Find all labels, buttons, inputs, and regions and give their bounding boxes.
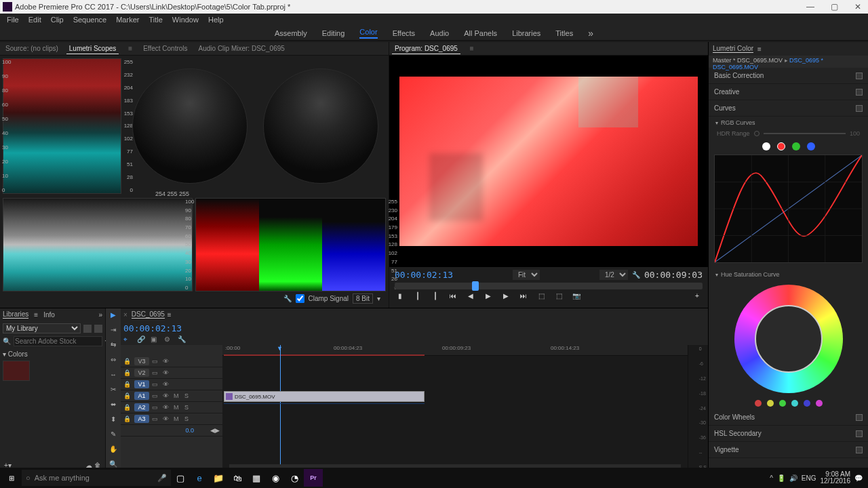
- mark-in-button[interactable]: ▮: [395, 292, 406, 302]
- menu-sequence[interactable]: Sequence: [69, 15, 111, 24]
- premiere-taskbar-icon[interactable]: Pr: [304, 469, 323, 487]
- maximize-button[interactable]: ▢: [827, 2, 842, 12]
- stock-search-input[interactable]: [14, 336, 102, 346]
- fit-select[interactable]: Fit: [513, 270, 540, 280]
- program-video-frame[interactable]: [399, 77, 698, 246]
- track-select-tool[interactable]: ⇥: [108, 326, 119, 337]
- app-icon[interactable]: ▦: [247, 469, 266, 487]
- step-back-button[interactable]: ◀: [465, 292, 476, 302]
- settings-icon[interactable]: ⚙: [164, 336, 174, 344]
- go-to-out-button[interactable]: ⏭: [518, 292, 529, 302]
- go-to-in-button[interactable]: ⏮: [448, 292, 458, 302]
- button-editor-icon[interactable]: +: [692, 292, 703, 302]
- basic-correction-section[interactable]: Basic Correction: [714, 72, 764, 79]
- rolling-edit-tool[interactable]: ⇔: [108, 356, 119, 367]
- obs-icon[interactable]: ◔: [285, 469, 304, 487]
- tab-info[interactable]: Info: [43, 311, 55, 319]
- task-view-button[interactable]: ▢: [171, 469, 190, 487]
- rgb-curves-editor[interactable]: [714, 155, 863, 263]
- bit-depth-select[interactable]: 8 Bit: [353, 293, 373, 304]
- cortana-search[interactable]: ○Ask me anything🎤: [22, 470, 171, 486]
- luma-channel-button[interactable]: [762, 142, 770, 150]
- hue-target-red[interactable]: [755, 400, 762, 407]
- workspace-libraries[interactable]: Libraries: [512, 29, 540, 37]
- wrench-icon[interactable]: 🔧: [283, 295, 292, 302]
- timeline-content[interactable]: :00:0000:00:04:2300:00:09:2300:00:14:23 …: [222, 345, 688, 471]
- workspace-all-panels[interactable]: All Panels: [464, 29, 497, 37]
- dropdown-icon[interactable]: ▾: [377, 295, 380, 302]
- blue-channel-button[interactable]: [807, 142, 815, 150]
- workspace-effects[interactable]: Effects: [393, 29, 415, 37]
- video-clip[interactable]: DSC_0695.MOV: [224, 391, 425, 402]
- tab-lumetri-color[interactable]: Lumetri Color: [713, 45, 753, 53]
- hue-target-yellow[interactable]: [767, 400, 774, 407]
- menu-clip[interactable]: Clip: [47, 15, 68, 24]
- slide-tool[interactable]: ⬍: [108, 415, 119, 426]
- hue-target-blue[interactable]: [804, 400, 810, 407]
- color-swatch[interactable]: [3, 361, 30, 381]
- hsl-secondary-section[interactable]: HSL Secondary: [714, 430, 762, 437]
- panel-menu-icon[interactable]: ≡: [34, 311, 38, 319]
- hue-saturation-wheel[interactable]: [734, 285, 843, 393]
- tab-source[interactable]: Source: (no clips): [3, 43, 61, 54]
- timeline-tab[interactable]: DSC_0695: [132, 310, 165, 319]
- workspace-switcher[interactable]: AssemblyEditingColorEffectsAudioAll Pane…: [0, 26, 868, 41]
- marker-icon[interactable]: ▣: [151, 336, 160, 344]
- playhead-icon[interactable]: [472, 281, 479, 291]
- menu-bar[interactable]: FileEditClipSequenceMarkerTitleWindowHel…: [0, 14, 868, 26]
- track-a2[interactable]: 🔒A2▭👁MS: [121, 402, 222, 413]
- track-a1[interactable]: 🔒A1▭👁MS: [121, 390, 222, 402]
- notifications-icon[interactable]: 💬: [854, 474, 863, 482]
- program-timecode-in[interactable]: 00:00:02:13: [395, 270, 453, 280]
- tab-program[interactable]: Program: DSC_0695: [392, 43, 460, 54]
- linked-selection-icon[interactable]: 🔗: [137, 336, 146, 344]
- lift-button[interactable]: ⬚: [536, 292, 547, 302]
- section-toggle-checkbox[interactable]: [856, 430, 863, 437]
- menu-help[interactable]: Help: [204, 15, 228, 24]
- start-button[interactable]: ⊞: [1, 469, 22, 487]
- rgb-curves-subsection[interactable]: RGB Curves: [709, 117, 868, 129]
- panel-menu-icon[interactable]: ≡: [167, 311, 172, 319]
- pen-tool[interactable]: ✎: [108, 430, 119, 441]
- language-indicator[interactable]: ENG: [802, 474, 816, 482]
- workspace-assembly[interactable]: Assembly: [275, 29, 307, 37]
- battery-icon[interactable]: 🔋: [777, 474, 785, 482]
- panel-menu-icon[interactable]: ≡: [125, 43, 135, 54]
- grid-view-icon[interactable]: [83, 325, 92, 333]
- hue-target-magenta[interactable]: [816, 400, 823, 407]
- workspace-editing[interactable]: Editing: [322, 29, 345, 37]
- program-scrubber[interactable]: [395, 283, 703, 289]
- track-a3[interactable]: 🔒A3▭👁MS: [121, 413, 222, 425]
- wrench-icon[interactable]: 🔧: [178, 336, 187, 344]
- ripple-edit-tool[interactable]: ⇆: [108, 341, 119, 352]
- menu-marker[interactable]: Marker: [112, 15, 143, 24]
- edge-icon[interactable]: e: [190, 469, 209, 487]
- menu-window[interactable]: Window: [168, 15, 203, 24]
- menu-edit[interactable]: Edit: [24, 15, 45, 24]
- windows-taskbar[interactable]: ⊞ ○Ask me anything🎤 ▢ e 📁 🛍 ▦ ◉ ◔ Pr ^ 🔋…: [0, 468, 868, 488]
- timeline-timecode[interactable]: 00:00:02:13: [123, 323, 182, 333]
- overflow-icon[interactable]: »: [98, 311, 102, 319]
- vignette-section[interactable]: Vignette: [714, 446, 739, 453]
- workspace-titles[interactable]: Titles: [555, 29, 573, 37]
- explorer-icon[interactable]: 📁: [209, 469, 228, 487]
- section-toggle-checkbox[interactable]: [856, 105, 863, 112]
- tab-libraries[interactable]: Libraries: [3, 310, 28, 319]
- export-frame-button[interactable]: 📷: [571, 292, 582, 302]
- rate-stretch-tool[interactable]: ↔: [108, 371, 119, 382]
- zoom-select[interactable]: 1/2: [599, 270, 628, 280]
- creative-section[interactable]: Creative: [714, 88, 739, 96]
- list-view-icon[interactable]: [94, 325, 102, 333]
- track-v2[interactable]: 🔒V2▭👁: [121, 367, 222, 379]
- color-wheels-section[interactable]: Color Wheels: [714, 413, 755, 421]
- workspace-audio[interactable]: Audio: [430, 29, 449, 37]
- section-toggle-checkbox[interactable]: [856, 447, 863, 453]
- section-toggle-checkbox[interactable]: [856, 89, 863, 96]
- menu-file[interactable]: File: [3, 15, 23, 24]
- track-v3[interactable]: 🔒V3▭👁: [121, 356, 222, 367]
- green-channel-button[interactable]: [792, 142, 800, 150]
- razor-tool[interactable]: ✂: [108, 386, 119, 396]
- tab-effect-controls[interactable]: Effect Controls: [140, 43, 190, 54]
- step-forward-button[interactable]: ▶: [500, 292, 511, 302]
- track-v1[interactable]: 🔒V1▭👁: [121, 379, 222, 390]
